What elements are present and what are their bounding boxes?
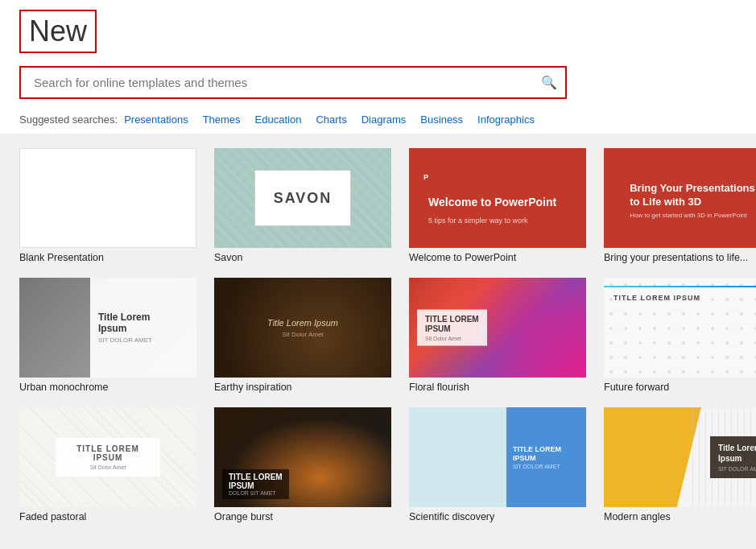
template-savon[interactable]: SAVON Savon [214, 148, 391, 263]
template-label-urban: Urban monochrome [19, 382, 196, 393]
template-blank[interactable]: Blank Presentation [19, 148, 196, 263]
template-future[interactable]: TITLE LOREM IPSUM Future forward [604, 278, 756, 393]
suggested-link-business[interactable]: Business [420, 114, 463, 126]
template-thumb-3d: Bring Your Presentationsto Life with 3D … [604, 148, 756, 248]
template-floral[interactable]: TITLE LOREMIPSUM Sit Dolor Amet Floral f… [409, 278, 586, 393]
template-thumb-floral: TITLE LOREMIPSUM Sit Dolor Amet [409, 278, 586, 378]
template-urban[interactable]: Title LoremIpsum SIT DOLOR AMET Urban mo… [19, 278, 196, 393]
template-thumb-future: TITLE LOREM IPSUM [604, 278, 756, 378]
template-scientific[interactable]: TITLE LOREMIPSUM SIT DOLOR AMET Scientif… [409, 407, 586, 522]
search-bar: 🔍 [19, 66, 567, 99]
template-thumb-earthy: Title Lorem Ipsum Sit Dolor Amet [214, 278, 391, 378]
template-thumb-blank [19, 148, 196, 248]
template-thumb-scientific: TITLE LOREMIPSUM SIT DOLOR AMET [409, 407, 586, 507]
template-label-blank: Blank Presentation [19, 252, 196, 263]
template-label-bring3d: Bring your presentations to life... [604, 252, 756, 263]
template-modern[interactable]: Title LoremIpsum SIT DOLOR AMET Modern a… [604, 407, 756, 522]
template-welcome[interactable]: P Welcome to PowerPoint 5 tips for a sim… [409, 148, 586, 263]
template-faded[interactable]: TITLE LOREM IPSUM Sit Dolor Amet Faded p… [19, 407, 196, 522]
suggested-link-charts[interactable]: Charts [316, 114, 346, 126]
search-input[interactable] [29, 68, 541, 97]
suggested-label: Suggested searches: [19, 114, 118, 126]
template-label-orange: Orange burst [214, 511, 391, 522]
template-bring3d[interactable]: Bring Your Presentationsto Life with 3D … [604, 148, 756, 263]
template-thumb-faded: TITLE LOREM IPSUM Sit Dolor Amet [19, 407, 196, 507]
search-icon[interactable]: 🔍 [541, 75, 557, 90]
suggested-link-presentations[interactable]: Presentations [124, 114, 188, 126]
template-thumb-modern: Title LoremIpsum SIT DOLOR AMET [604, 407, 756, 507]
suggested-link-infographics[interactable]: Infographics [477, 114, 535, 126]
page-title: New [19, 10, 97, 53]
template-label-earthy: Earthy inspiration [214, 382, 391, 393]
template-label-future: Future forward [604, 382, 756, 393]
template-label-scientific: Scientific discovery [409, 511, 586, 522]
suggested-searches: Suggested searches: Presentations Themes… [19, 107, 737, 134]
suggested-link-themes[interactable]: Themes [203, 114, 241, 126]
templates-grid: Blank Presentation SAVON Savon P Welcome… [19, 148, 737, 522]
template-label-welcome: Welcome to PowerPoint [409, 252, 586, 263]
template-label-floral: Floral flourish [409, 382, 586, 393]
template-thumb-welcome: P Welcome to PowerPoint 5 tips for a sim… [409, 148, 586, 248]
template-label-savon: Savon [214, 252, 391, 263]
suggested-link-education[interactable]: Education [255, 114, 302, 126]
template-thumb-urban: Title LoremIpsum SIT DOLOR AMET [19, 278, 196, 378]
template-label-modern: Modern angles [604, 511, 756, 522]
template-earthy[interactable]: Title Lorem Ipsum Sit Dolor Amet Earthy … [214, 278, 391, 393]
template-thumb-savon: SAVON [214, 148, 391, 248]
template-orange[interactable]: TITLE LOREMIPSUM DOLOR SIT AMET Orange b… [214, 407, 391, 522]
suggested-link-diagrams[interactable]: Diagrams [361, 114, 407, 126]
template-label-faded: Faded pastoral [19, 511, 196, 522]
template-thumb-orange: TITLE LOREMIPSUM DOLOR SIT AMET [214, 407, 391, 507]
